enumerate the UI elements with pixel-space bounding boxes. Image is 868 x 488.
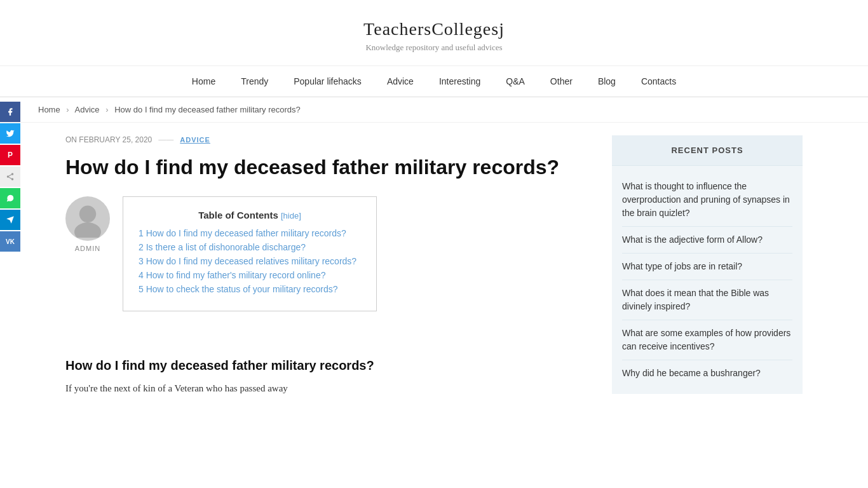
breadcrumb-category[interactable]: Advice — [75, 105, 100, 114]
toc-list-item: 2 Is there a list of dishonorable discha… — [139, 242, 361, 253]
toc-hide-link[interactable]: [hide] — [281, 211, 301, 220]
recent-post-link-5[interactable]: What are some examples of how providers … — [622, 328, 790, 351]
recent-post-item: What type of jobs are in retail? — [622, 254, 792, 280]
breadcrumb-home[interactable]: Home — [38, 105, 60, 114]
toc-item-1[interactable]: 1 How do I find my deceased father milit… — [139, 228, 346, 238]
svg-point-0 — [11, 173, 14, 175]
share-button-4[interactable] — [0, 166, 20, 187]
recent-post-link-1[interactable]: What is thought to influence the overpro… — [622, 181, 790, 218]
nav-item-blog[interactable]: Blog — [585, 66, 628, 97]
nav-item-trendy[interactable]: Trendy — [228, 66, 281, 97]
svg-point-1 — [7, 175, 10, 178]
article-category[interactable]: ADVICE — [180, 136, 210, 144]
nav-item-popular-lifehacks[interactable]: Popular lifehacks — [281, 66, 374, 97]
toc-list: 1 How do I find my deceased father milit… — [139, 228, 361, 295]
toc-item-4[interactable]: 4 How to find my father's military recor… — [139, 270, 325, 280]
nav-item-contacts[interactable]: Contacts — [628, 66, 689, 97]
breadcrumb-sep-1: › — [66, 105, 69, 114]
nav-item-interesting[interactable]: Interesting — [426, 66, 493, 97]
svg-point-6 — [74, 222, 101, 238]
twitter-share-button[interactable] — [0, 123, 20, 144]
recent-post-link-6[interactable]: Why did he became a bushranger? — [622, 368, 761, 378]
author-wrap: ADMIN Table of Contents [hide] 1 How do … — [65, 196, 587, 343]
recent-post-item: What is thought to influence the overpro… — [622, 173, 792, 227]
breadcrumb-current: How do I find my deceased father militar… — [114, 105, 301, 114]
svg-point-5 — [79, 205, 96, 222]
whatsapp-share-button[interactable] — [0, 188, 20, 208]
breadcrumb-sep-2: › — [105, 105, 108, 114]
recent-posts-title: RECENT POSTS — [612, 135, 803, 166]
breadcrumb: Home › Advice › How do I find my decease… — [0, 97, 868, 123]
telegram-share-button[interactable] — [0, 210, 20, 230]
recent-post-item: What does it mean that the Bible was div… — [622, 280, 792, 320]
recent-post-link-4[interactable]: What does it mean that the Bible was div… — [622, 288, 769, 311]
toc-wrap: Table of Contents [hide] 1 How do I find… — [123, 196, 587, 330]
nav-item-q&a[interactable]: Q&A — [493, 66, 538, 97]
section1-text: If you're the next of kin of a Veteran w… — [65, 381, 587, 397]
pinterest-share-button[interactable]: P — [0, 145, 20, 165]
article-date: ON FEBRUARY 25, 2020 — [65, 135, 152, 144]
nav-item-home[interactable]: Home — [179, 66, 228, 97]
facebook-share-button[interactable] — [0, 102, 20, 122]
article-body: How do I find my deceased father militar… — [65, 358, 587, 397]
recent-post-link-2[interactable]: What is the adjective form of Allow? — [622, 234, 763, 245]
recent-post-item: Why did he became a bushranger? — [622, 360, 792, 386]
toc-list-item: 5 How to check the status of your milita… — [139, 284, 361, 295]
toc-title: Table of Contents [hide] — [139, 210, 361, 220]
site-subtitle: Knowledge repository and useful advices — [13, 43, 855, 53]
vk-share-button[interactable]: VK — [0, 231, 20, 252]
toc-item-2[interactable]: 2 Is there a list of dishonorable discha… — [139, 242, 306, 252]
author-avatar — [65, 196, 110, 241]
article-title: How do I find my deceased father militar… — [65, 154, 587, 181]
svg-line-4 — [9, 175, 11, 176]
nav-item-other[interactable]: Other — [538, 66, 585, 97]
toc-box: Table of Contents [hide] 1 How do I find… — [123, 196, 377, 311]
article-meta: ON FEBRUARY 25, 2020 —— ADVICE — [65, 135, 587, 144]
site-header: TeachersCollegesj Knowledge repository a… — [0, 0, 868, 66]
sidebar: RECENT POSTS What is thought to influenc… — [612, 135, 803, 404]
nav-item-advice[interactable]: Advice — [374, 66, 426, 97]
recent-post-link-3[interactable]: What type of jobs are in retail? — [622, 261, 742, 271]
article-dash: —— — [158, 135, 173, 144]
toc-list-item: 3 How do I find my deceased relatives mi… — [139, 256, 361, 267]
author-block: ADMIN — [65, 196, 110, 252]
toc-item-5[interactable]: 5 How to check the status of your milita… — [139, 284, 338, 294]
toc-list-item: 4 How to find my father's military recor… — [139, 270, 361, 281]
recent-post-item: What are some examples of how providers … — [622, 320, 792, 360]
main-content: ON FEBRUARY 25, 2020 —— ADVICE How do I … — [65, 135, 587, 404]
recent-posts-list: What is thought to influence the overpro… — [612, 166, 803, 394]
page-layout: ON FEBRUARY 25, 2020 —— ADVICE How do I … — [27, 123, 841, 417]
toc-list-item: 1 How do I find my deceased father milit… — [139, 228, 361, 239]
toc-item-3[interactable]: 3 How do I find my deceased relatives mi… — [139, 256, 356, 266]
main-nav: HomeTrendyPopular lifehacksAdviceInteres… — [0, 66, 868, 97]
svg-point-2 — [11, 178, 14, 180]
social-sidebar: P VK — [0, 102, 20, 252]
author-name: ADMIN — [75, 245, 100, 252]
section1-title: How do I find my deceased father militar… — [65, 358, 587, 373]
site-title: TeachersCollegesj — [13, 19, 855, 39]
svg-line-3 — [9, 177, 11, 179]
recent-post-item: What is the adjective form of Allow? — [622, 227, 792, 254]
recent-posts-box: RECENT POSTS What is thought to influenc… — [612, 135, 803, 394]
